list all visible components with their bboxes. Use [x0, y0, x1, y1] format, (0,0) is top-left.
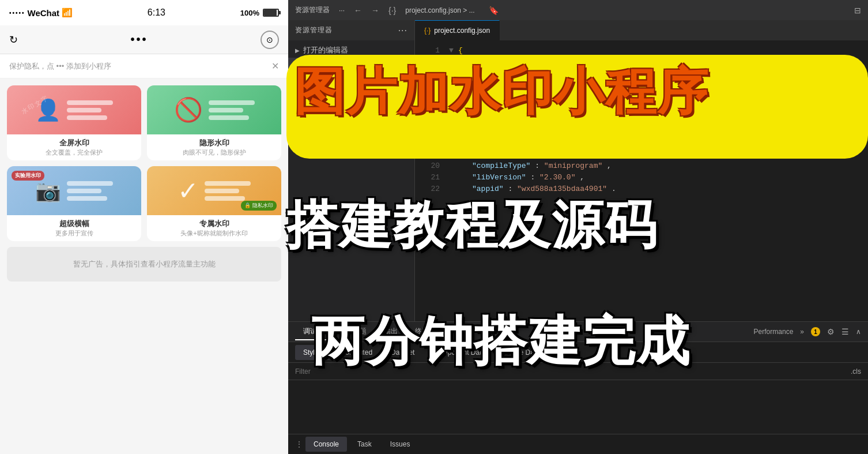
curly-brace-icon: {·} — [388, 6, 396, 15]
refresh-icon[interactable]: ↻ — [9, 33, 18, 46]
tab-terminal[interactable]: 终端 — [407, 323, 437, 340]
tab-debugger[interactable]: 调试器 1 — [295, 323, 344, 340]
problems-label: 问题 — [353, 327, 367, 336]
tab-task[interactable]: Task — [349, 437, 380, 452]
card-subtitle-private: 头像+昵称就能制作水印 — [180, 229, 247, 238]
breadcrumb-path: project.config.json > ... — [405, 6, 474, 14]
camera-icon: 📷 — [35, 179, 61, 203]
console-bar: ⋮ Console Task Issues — [288, 434, 868, 454]
banner-badge: 实验用水印 — [12, 171, 44, 181]
bottom-tabs-left: 调试器 1 问题 输出 终端 代码质量 — [295, 323, 482, 340]
sidebar-item-open-editors[interactable]: ▶ 打开的编辑器 — [288, 43, 414, 58]
card-subtitle-banner: 更多用于宣传 — [55, 229, 93, 238]
tab-styles[interactable]: Styles — [295, 345, 330, 360]
sidebar-more-icon[interactable]: ··· — [398, 25, 407, 36]
wechat-nav-bar: ↻ ••• ⊙ — [0, 25, 288, 54]
more-options-icon[interactable]: ••• — [130, 33, 148, 46]
top-bar-dots[interactable]: ··· — [339, 6, 345, 14]
eye-off-icon: 🚫 — [174, 96, 203, 123]
wifi-icon: 📶 — [62, 7, 73, 18]
sidebar-item-mp-weixin[interactable]: ▼ MP-WEIXIN — [288, 58, 414, 73]
code-line-11: 11 "minified" : false , — [415, 80, 868, 91]
code-line-1: 1 ▼ { — [415, 45, 868, 57]
card-title-banner: 超级横幅 — [59, 219, 89, 229]
vscode-editor: {·} project.config.json 1 ▼ { 2 "descrip… — [415, 20, 868, 321]
wechat-status-bar: ••••• WeChat 📶 6:13 100% — [0, 0, 288, 25]
privacy-close-icon[interactable]: ✕ — [271, 61, 279, 72]
code-line-12: 12 "newFeature" : true , — [415, 91, 868, 103]
bookmark-icon[interactable]: 🔖 — [489, 6, 499, 15]
tab-scope-data[interactable]: Scope Data — [496, 345, 548, 360]
privacy-bar: 保护隐私，点 ••• 添加到小程序 ✕ — [0, 54, 288, 78]
status-time: 6:13 — [148, 7, 165, 18]
card-subtitle-invisible: 肉眼不可见，隐形保护 — [183, 148, 246, 157]
debugger-badge: 1 — [326, 327, 335, 336]
watermark-grid: 👤 水印文字 全屏水印 全文覆盖，完全保护 🚫 — [7, 85, 281, 241]
inspector-content — [288, 380, 868, 434]
capture-icon[interactable]: ⊙ — [261, 31, 279, 49]
settings-icon[interactable]: ⚙ — [827, 327, 835, 336]
debugger-label: 调试器 — [303, 327, 324, 336]
filter-input[interactable] — [295, 367, 410, 376]
performance-label[interactable]: Performance — [754, 328, 794, 336]
collapse-panel-icon[interactable]: ∧ — [856, 328, 861, 336]
card-lines-fullscreen — [67, 100, 113, 120]
editor-code-area[interactable]: 1 ▼ { 2 "description" : "项目配置文件。" , 3 — [415, 40, 868, 321]
sidebar-item-app-wxss[interactable]: ~ app.wxss — [288, 88, 414, 103]
ad-text: 暂无广告，具体指引查看小程序流量主功能 — [73, 259, 216, 269]
fullscreen-watermark-card[interactable]: 👤 水印文字 全屏水印 全文覆盖，完全保护 — [7, 85, 141, 160]
split-icon[interactable]: ⊟ — [854, 6, 861, 15]
tab-console[interactable]: Console — [305, 437, 347, 452]
chevron-right-icon[interactable]: » — [800, 328, 804, 336]
tab-issues[interactable]: Issues — [382, 437, 418, 452]
terminal-label: 终端 — [415, 327, 429, 336]
tab-output[interactable]: 输出 — [376, 323, 406, 340]
card-subtitle-fullscreen: 全文覆盖，完全保护 — [46, 148, 103, 157]
forward-icon[interactable]: → — [371, 6, 379, 15]
cls-button[interactable]: .cls — [851, 367, 861, 376]
tab-component-data[interactable]: Component Data — [425, 345, 493, 360]
invisible-watermark-card[interactable]: 🚫 隐形水印 肉眼不可见，隐形保护 — [147, 85, 281, 160]
sidebar-item-project-config[interactable]: {·} project.config.json — [288, 103, 414, 118]
card-title-invisible: 隐形水印 — [199, 138, 229, 148]
vscode-sidebar: 资源管理器 ··· ▶ 打开的编辑器 ▼ MP-WEIXIN {·} app.j… — [288, 20, 415, 321]
card-title-fullscreen: 全屏水印 — [59, 138, 89, 148]
vscode-top-bar: 资源管理器 ··· ← → {·} project.config.json > … — [288, 0, 868, 20]
battery-percent: 100% — [240, 9, 259, 17]
sidebar-section-editors: ▶ 打开的编辑器 ▼ MP-WEIXIN {·} app.json ~ app.… — [288, 40, 414, 120]
code-line-18: 18 }, — [415, 137, 868, 149]
banner-watermark-card[interactable]: 📷 实验用水印 超级横幅 更多用于宣传 — [7, 166, 141, 241]
tab-dataset[interactable]: Dataset — [383, 345, 422, 360]
tab-computed[interactable]: Computed — [333, 345, 380, 360]
wxss-file-icon: ~ — [304, 91, 309, 100]
sidebar-item-app-json[interactable]: {·} app.json — [288, 73, 414, 88]
open-editors-label: 打开的编辑器 — [303, 45, 348, 55]
code-line-22: 22 "appid" : "wxd588a135bdaa4901" . — [415, 183, 868, 195]
card-visual-private: ✓ 🔒 隐私水印 — [147, 166, 281, 215]
inspector-filter-bar: .cls — [288, 363, 868, 380]
privacy-badge: 🔒 隐私水印 — [241, 201, 277, 211]
code-quality-label: 代码质量 — [446, 327, 474, 336]
tab-project-config[interactable]: {·} project.config.json — [415, 20, 500, 40]
wechat-panel: ••••• WeChat 📶 6:13 100% ↻ ••• ⊙ 保护隐私，点 … — [0, 0, 288, 454]
editor-tabs: {·} project.config.json — [415, 20, 868, 40]
tab-code-quality[interactable]: 代码质量 — [438, 323, 482, 340]
private-watermark-card[interactable]: ✓ 🔒 隐私水印 专属水印 头像+昵称就能制作水印 — [147, 166, 281, 241]
vscode-panel: 资源管理器 ··· ← → {·} project.config.json > … — [288, 0, 868, 454]
vscode-bottom-panel: 调试器 1 问题 输出 终端 代码质量 Performance » 1 ⚙ ☰ … — [288, 321, 868, 454]
bottom-tabs-bar: 调试器 1 问题 输出 终端 代码质量 Performance » 1 ⚙ ☰ … — [288, 322, 868, 342]
json-file-icon: {·} — [304, 76, 311, 85]
carrier-name: WeChat — [28, 8, 60, 18]
app-wxss-label: app.wxss — [312, 91, 344, 100]
tab-json-icon: {·} — [424, 27, 431, 35]
code-line-14: 14 ▼ "babelSetting" : { — [415, 114, 868, 126]
console-menu-icon[interactable]: ⋮ — [295, 440, 303, 449]
code-line-20: 20 "compileType" : "miniprogram" , — [415, 160, 868, 172]
tab-problems[interactable]: 问题 — [345, 323, 375, 340]
panel-menu-icon[interactable]: ☰ — [841, 327, 849, 336]
back-icon[interactable]: ← — [354, 6, 362, 15]
card-title-private: 专属水印 — [199, 219, 229, 229]
card-info-private: 专属水印 头像+昵称就能制作水印 — [147, 215, 281, 241]
resource-manager-label: 资源管理器 — [295, 5, 330, 15]
sidebar-header: 资源管理器 ··· — [288, 20, 414, 40]
